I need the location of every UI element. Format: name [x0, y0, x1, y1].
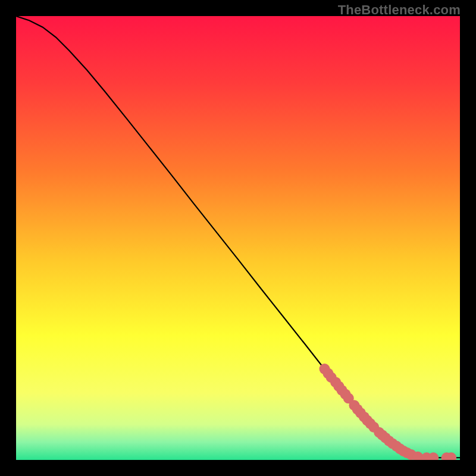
- chart-svg: [16, 16, 460, 460]
- chart-frame: TheBottleneck.com: [0, 0, 476, 476]
- plot-area: [16, 16, 460, 460]
- gradient-background: [16, 16, 460, 460]
